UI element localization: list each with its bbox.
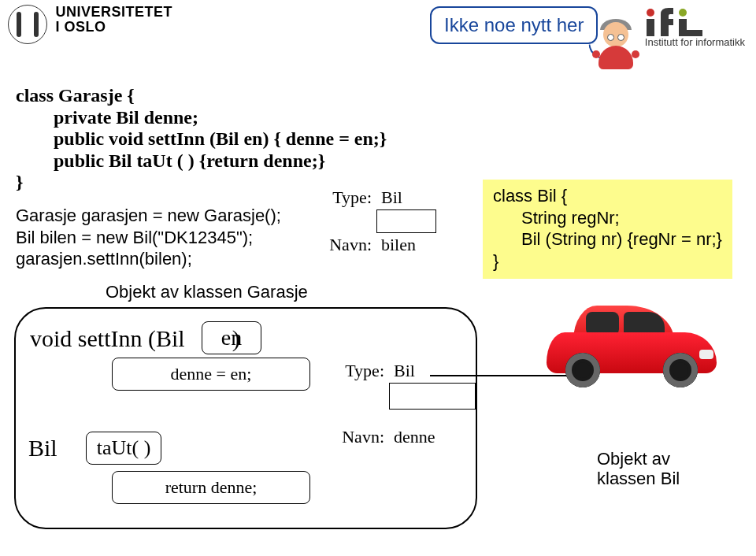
garasje-caption: Objekt av klassen Garasje	[106, 282, 308, 302]
uio-line1: UNIVERSITETET	[55, 5, 172, 20]
denne-name-value: denne	[394, 427, 435, 447]
type-label: Type:	[323, 187, 372, 208]
class-garasje-code: class Garasje { private Bil denne; publi…	[16, 85, 387, 194]
car-caption: Objekt av klassen Bil	[597, 449, 680, 489]
method-taut-signature: Bil	[28, 435, 57, 461]
taut-name: taUt( )	[97, 436, 151, 459]
variable-denne: Type: Bil Navn: denne	[335, 361, 476, 449]
car-caption-l2: klassen Bil	[597, 469, 680, 488]
settinn-body-box: denne = en;	[112, 358, 310, 391]
taut-body: return denne;	[165, 477, 258, 497]
svg-point-2	[679, 9, 687, 17]
taut-name-box: taUt( )	[86, 432, 161, 465]
class-bil-l1: class Bil {	[493, 185, 722, 207]
ifi-mark	[645, 8, 745, 36]
variable-bilen: Type: Bil Navn: bilen	[323, 187, 436, 257]
ifi-logo: Institutt for informatikk	[645, 8, 745, 48]
class-bil-box: class Bil { String regNr; Bil (String nr…	[483, 180, 732, 279]
svg-point-0	[647, 9, 654, 17]
bubble-text: Ikke noe nytt her	[444, 14, 584, 35]
class-bil-l2: String regNr;	[493, 207, 722, 229]
taut-body-box: return denne;	[112, 471, 310, 504]
denne-name-label: Navn:	[335, 427, 384, 447]
param-en-box: en	[202, 321, 261, 354]
class-bil-l4: }	[493, 250, 722, 272]
svg-rect-1	[647, 19, 654, 36]
name-label: Navn:	[323, 235, 372, 255]
car-caption-l1: Objekt av	[597, 449, 680, 469]
taut-type: Bil	[28, 435, 57, 461]
speech-bubble: Ikke noe nytt her	[430, 6, 598, 44]
car-icon	[547, 301, 717, 387]
uio-line2: I OSLO	[55, 20, 172, 35]
svg-rect-4	[679, 30, 702, 36]
uio-text: UNIVERSITETET I OSLO	[55, 5, 172, 35]
param-en-label: en	[221, 325, 242, 350]
denne-type-label: Type:	[335, 361, 384, 381]
pointer-box-denne	[389, 383, 476, 410]
setup-code: Garasje garasjen = new Garasje(); Bil bi…	[16, 205, 281, 270]
name-value: bilen	[381, 235, 416, 255]
settinn-body: denne = en;	[171, 364, 252, 384]
type-value: Bil	[381, 187, 402, 208]
settinn-part1: void settInn (Bil	[30, 325, 185, 351]
pointer-box-bilen	[376, 209, 436, 233]
teacher-avatar-icon	[592, 22, 639, 69]
denne-type-value: Bil	[394, 361, 415, 381]
ifi-sub: Institutt for informatikk	[645, 36, 745, 48]
uio-seal-icon	[8, 5, 47, 44]
uio-logo: UNIVERSITETET I OSLO	[8, 5, 172, 44]
class-bil-l3: Bil (String nr) {regNr = nr;}	[493, 228, 722, 250]
